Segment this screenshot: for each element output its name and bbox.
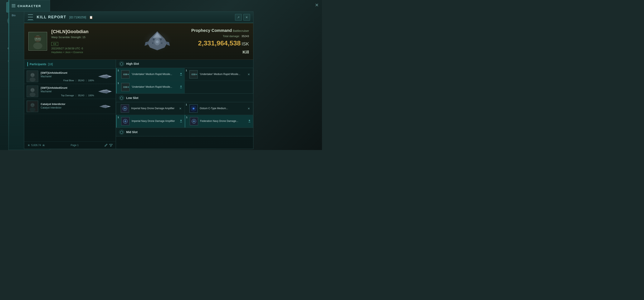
- isk-unit: ISK: [242, 41, 249, 46]
- isk-value-row: 2,331,964,538 ISK: [198, 39, 249, 47]
- svg-point-19: [38, 38, 40, 39]
- participants-header: Participants [18]: [24, 60, 116, 69]
- item-qty-low-4: 1: [186, 116, 188, 119]
- participant-name-1: [SMT]UnfoldedGrunt: [41, 71, 94, 74]
- svg-point-110: [249, 120, 250, 121]
- missile-icon-2: [189, 70, 198, 78]
- mid-slot-icon: [119, 130, 124, 135]
- participant-name-3: Catalyst Interdictor: [41, 102, 94, 106]
- svg-rect-12: [12, 4, 16, 5]
- svg-rect-13: [12, 5, 16, 6]
- shield-item-icon-2: [189, 104, 198, 113]
- participant-avatar-1: [27, 71, 38, 82]
- footer-page: Page 1: [71, 144, 78, 147]
- header-accent: [27, 62, 28, 66]
- item-qty-3: 1: [118, 82, 119, 84]
- svg-point-103: [180, 120, 182, 121]
- svg-point-93: [192, 107, 192, 107]
- global-close-button[interactable]: ✕: [312, 1, 321, 9]
- item-name-low-4: Federation Navy Drone Damage...: [200, 120, 246, 123]
- high-slot-item-2[interactable]: 1 'Undertaker' Medium Rapid Missile... ✕: [185, 68, 253, 81]
- kill-report-menu-button[interactable]: [27, 14, 34, 20]
- page-edit-icon[interactable]: [104, 144, 108, 147]
- high-slot-item-4: [185, 81, 253, 93]
- participant-ship-img-2: [96, 87, 113, 96]
- victim-avatar: [28, 32, 47, 51]
- item-close-low-2[interactable]: ✕: [247, 106, 251, 111]
- participant-stats-1: Final Blow | 35243 | 100%: [41, 79, 94, 82]
- kill-type: Kill: [242, 50, 249, 55]
- item-person-icon-low-4: [248, 120, 251, 123]
- svg-rect-20: [34, 36, 41, 38]
- svg-point-96: [195, 110, 196, 110]
- svg-point-75: [192, 74, 194, 75]
- svg-point-28: [160, 38, 162, 40]
- fitting-panel: High Slot 1: [116, 60, 253, 149]
- participant-name-2: [SMT]UnfoldedGrunt: [41, 86, 94, 89]
- participant-info-1: [SMT]UnfoldedGrunt Machariel Final Blow …: [41, 71, 94, 82]
- ship-name-class: Prophecy Command Battlecruiser: [191, 28, 249, 33]
- total-damage-row: Total damage: 35243: [223, 34, 249, 38]
- low-slot-item-4[interactable]: 1 Federation Navy Drone Damage: [185, 115, 253, 127]
- high-slot-icon: [119, 61, 124, 66]
- participant-ship-3: Catalyst Interdictor: [41, 106, 94, 109]
- participant-ship-1: Machariel: [41, 75, 94, 78]
- svg-point-18: [36, 38, 37, 39]
- low-slot-item-2[interactable]: 1: [185, 102, 253, 115]
- high-slot-item-3[interactable]: 1 'Undertaker' Medium Rapid Missile...: [116, 81, 184, 93]
- footer-bar: 5,826.74 Page 1: [24, 141, 116, 149]
- svg-point-48: [30, 92, 36, 97]
- svg-point-39: [31, 74, 32, 75]
- mid-slot-header: Mid Slot: [116, 128, 253, 136]
- high-slot-item-1[interactable]: 1 'Undertaker' Medium Rapid Mi: [116, 68, 184, 81]
- item-name-low-1: Imperial Navy Drone Damage Amplifier: [131, 107, 176, 110]
- char-info-bar: [CHLN]Goobdian Warp Scramble Strength: 1…: [24, 23, 253, 60]
- svg-point-58: [31, 104, 32, 105]
- participant-item[interactable]: [SMT]UnfoldedGrunt Machariel Final Blow …: [24, 69, 116, 84]
- participant-stats-2: Top Damage | 35243 | 100%: [41, 94, 94, 97]
- high-slot-items: 1 'Undertaker' Medium Rapid Mi: [116, 68, 253, 93]
- svg-point-40: [33, 74, 34, 75]
- low-slot-shield-icon: [120, 96, 123, 100]
- item-name-1: 'Undertaker' Medium Rapid Missile...: [132, 73, 178, 76]
- svg-point-92: [193, 108, 194, 109]
- item-name-2: 'Undertaker' Medium Rapid Missile...: [200, 73, 245, 76]
- close-kill-report-button[interactable]: ✕: [244, 14, 250, 21]
- item-qty-low-3: 1: [118, 116, 119, 119]
- mid-slot-title: Mid Slot: [126, 130, 138, 134]
- item-qty-low-2: 1: [186, 103, 187, 106]
- participant-ship-img-1: [96, 72, 113, 81]
- low-slot-section: Low Slot: [116, 94, 253, 128]
- participant-item[interactable]: [SMT]UnfoldedGrunt Machariel Top Damage …: [24, 84, 116, 99]
- svg-point-59: [33, 104, 34, 105]
- low-slot-items: Imperial Navy Drone Damage Amplifier ✕ 1: [116, 102, 253, 128]
- character-window-title: CHARACTER: [18, 4, 41, 8]
- high-slot-section: High Slot 1: [116, 60, 253, 94]
- value-icon: [27, 144, 30, 147]
- filter-icon[interactable]: [109, 144, 112, 147]
- participant-ship-2: Machariel: [41, 90, 94, 93]
- copy-id-button[interactable]: 📋: [89, 16, 93, 19]
- item-close-low-1[interactable]: ✕: [178, 106, 182, 111]
- export-button[interactable]: ↗: [235, 14, 242, 21]
- high-slot-header: High Slot: [116, 60, 253, 68]
- total-damage-label: Total damage:: [223, 34, 240, 38]
- missile-icon-3: [121, 83, 130, 91]
- item-close-2[interactable]: ✕: [247, 72, 251, 77]
- svg-point-86: [124, 108, 125, 109]
- participant-info-2: [SMT]UnfoldedGrunt Machariel Top Damage …: [41, 86, 94, 97]
- low-slot-item-3[interactable]: 1 Imperial Navy Drone Damage A: [116, 115, 184, 127]
- participant-item[interactable]: Catalyst Interdictor Catalyst Interdicto…: [24, 99, 116, 114]
- svg-point-47: [30, 88, 34, 92]
- item-name-low-3: Imperial Navy Drone Damage Amplifier: [132, 120, 178, 123]
- participant-ship-img-3: [96, 102, 113, 111]
- kill-report-title: KILL REPORT: [37, 15, 66, 19]
- item-person-icon-3: [180, 85, 182, 89]
- drone-icon-1: [121, 104, 129, 113]
- kill-report-header: KILL REPORT [ID:7190259] 📋 ↗ ✕: [24, 12, 253, 23]
- isk-icon: [42, 144, 45, 147]
- low-slot-item-1[interactable]: Imperial Navy Drone Damage Amplifier ✕: [116, 102, 184, 115]
- ship-name: Prophecy Command: [191, 28, 232, 33]
- window-menu-icon: [12, 4, 16, 7]
- svg-point-38: [30, 77, 36, 82]
